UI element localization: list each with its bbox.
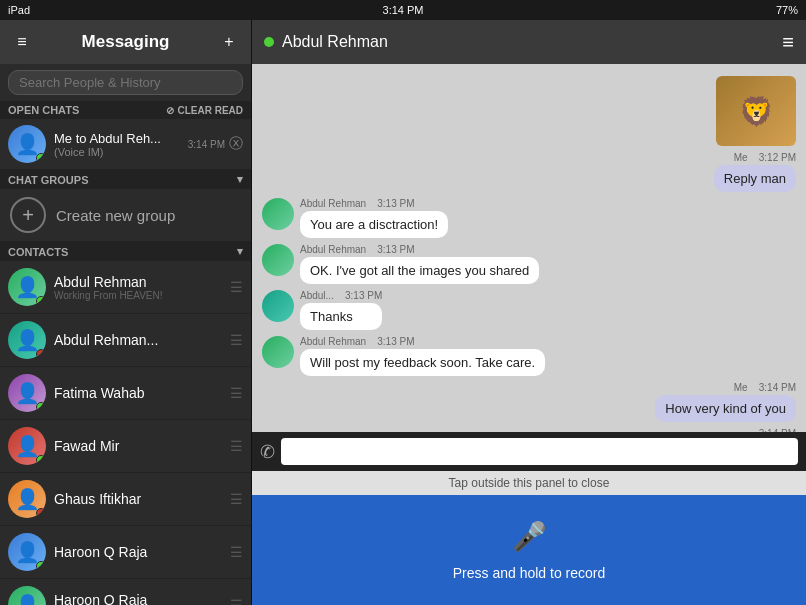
- open-chats-header: OPEN CHATS ⊘ Clear read: [0, 101, 251, 119]
- create-group-button[interactable]: + Create new group: [0, 189, 251, 242]
- contact-item-3[interactable]: 👤 Fawad Mir ☰: [0, 420, 251, 473]
- voice-panel[interactable]: 🎤 Press and hold to record: [252, 495, 806, 605]
- avatar: 👤: [8, 321, 46, 359]
- chevron-down-icon: ▾: [237, 173, 243, 186]
- contacts-chevron-icon: ▾: [237, 245, 243, 258]
- avatar: [262, 336, 294, 368]
- avatar: [262, 290, 294, 322]
- status-bar-right: 77%: [776, 4, 798, 16]
- message-meta: Me 3:12 PM: [734, 152, 796, 163]
- contact-menu-icon[interactable]: ☰: [230, 544, 243, 560]
- message-bubble-wrap: Abdul Rehman 3:13 PM You are a disctract…: [300, 198, 448, 238]
- contact-info: Abdul Rehman...: [54, 332, 230, 348]
- sidebar-header: ≡ Messaging +: [0, 20, 251, 64]
- chat-name: Me to Abdul Reh...: [54, 131, 184, 146]
- contact-name: Haroon Q Raja: [54, 544, 230, 560]
- contact-sub: Working From HEAVEN!: [54, 290, 230, 301]
- message-row: Me 3:14 PM How very kind of you: [262, 382, 796, 422]
- chat-menu-icon[interactable]: ≡: [782, 31, 794, 54]
- sidebar-title: Messaging: [82, 32, 170, 52]
- messages-area[interactable]: 🦁 Me 3:12 PM Reply man Abdul Rehman 3:13…: [252, 64, 806, 432]
- main-container: ≡ Messaging + OPEN CHATS ⊘ Clear read 👤 …: [0, 20, 806, 605]
- search-input[interactable]: [8, 70, 243, 95]
- clear-read-icon: ⊘: [166, 105, 174, 116]
- online-dot: [36, 296, 46, 306]
- message-input[interactable]: [281, 438, 798, 465]
- message-row: 🦁: [262, 74, 796, 146]
- message-row: Abdul Rehman 3:13 PM You are a disctract…: [262, 198, 796, 238]
- offline-dot: [36, 349, 46, 359]
- contact-info: Ghaus Iftikhar: [54, 491, 230, 507]
- online-indicator: [264, 37, 274, 47]
- online-dot: [36, 561, 46, 571]
- search-box: [0, 64, 251, 101]
- contact-menu-icon[interactable]: ☰: [230, 332, 243, 348]
- contact-item-4[interactable]: 👤 Ghaus Iftikhar ☰: [0, 473, 251, 526]
- message-meta: Me 3:14 PM: [734, 382, 796, 393]
- contact-menu-icon[interactable]: ☰: [230, 438, 243, 454]
- message-bubble: OK. I've got all the images you shared: [300, 257, 539, 284]
- tap-outside-bar[interactable]: Tap outside this panel to close: [252, 471, 806, 495]
- microphone-icon: 🎤: [512, 520, 547, 553]
- close-chat-button[interactable]: ⓧ: [229, 135, 243, 153]
- contact-menu-icon[interactable]: ☰: [230, 597, 243, 605]
- contact-menu-icon[interactable]: ☰: [230, 491, 243, 507]
- press-hold-label: Press and hold to record: [453, 565, 606, 581]
- contacts-header: CONTACTS ▾: [0, 242, 251, 261]
- contact-info: Fawad Mir: [54, 438, 230, 454]
- chat-header: Abdul Rehman ≡: [252, 20, 806, 64]
- message-meta: Abdul Rehman 3:13 PM: [300, 336, 545, 347]
- add-chat-button[interactable]: +: [217, 30, 241, 54]
- message-bubble-wrap: Abdul Rehman 3:13 PM Will post my feedba…: [300, 336, 545, 376]
- hamburger-button[interactable]: ≡: [10, 30, 34, 54]
- contact-name: Abdul Rehman: [54, 274, 230, 290]
- message-bubble: Thanks: [300, 303, 382, 330]
- chat-groups-header: CHAT GROUPS ▾: [0, 170, 251, 189]
- status-bar: iPad 3:14 PM 77%: [0, 0, 806, 20]
- message-bubble-wrap: Me 3:12 PM Reply man: [714, 152, 796, 192]
- avatar: [262, 244, 294, 276]
- chat-header-name: Abdul Rehman: [264, 33, 388, 51]
- status-bar-left: iPad: [8, 4, 30, 16]
- avatar: 👤: [8, 374, 46, 412]
- message-bubble-wrap: 🦁: [716, 74, 796, 146]
- clear-read-button[interactable]: ⊘ Clear read: [166, 105, 243, 116]
- contact-item-5[interactable]: 👤 Haroon Q Raja ☰: [0, 526, 251, 579]
- open-chats-label: OPEN CHATS: [8, 104, 79, 116]
- contact-name: Fatima Wahab: [54, 385, 230, 401]
- avatar: 👤: [8, 533, 46, 571]
- contact-info: Abdul Rehman Working From HEAVEN!: [54, 274, 230, 301]
- contact-name: Ghaus Iftikhar: [54, 491, 230, 507]
- contact-menu-icon[interactable]: ☰: [230, 385, 243, 401]
- status-time: 3:14 PM: [383, 4, 424, 16]
- message-bubble: Reply man: [714, 165, 796, 192]
- avatar: 👤: [8, 586, 46, 605]
- tap-outside-label: Tap outside this panel to close: [449, 476, 610, 490]
- add-group-icon: +: [10, 197, 46, 233]
- open-chat-item-0[interactable]: 👤 Me to Abdul Reh... (Voice IM) 3:14 PM …: [0, 119, 251, 170]
- avatar: 👤: [8, 480, 46, 518]
- contact-item-6[interactable]: 👤 Haroon Q Raja Dubam saqhinae idum ☰: [0, 579, 251, 605]
- chat-groups-label: CHAT GROUPS: [8, 174, 88, 186]
- input-bar: ✆: [252, 432, 806, 471]
- contact-item-2[interactable]: 👤 Fatima Wahab ☰: [0, 367, 251, 420]
- avatar: 👤: [8, 125, 46, 163]
- message-bubble-wrap: Abdul... 3:13 PM Thanks: [300, 290, 382, 330]
- call-icon[interactable]: ✆: [260, 441, 275, 463]
- message-row: Abdul Rehman 3:13 PM OK. I've got all th…: [262, 244, 796, 284]
- chat-sub: (Voice IM): [54, 146, 184, 158]
- message-meta: Abdul Rehman 3:13 PM: [300, 198, 448, 209]
- contact-info: Haroon Q Raja Dubam saqhinae idum: [54, 592, 230, 606]
- avatar: 👤: [8, 268, 46, 306]
- right-panel: Abdul Rehman ≡ 🦁 Me 3:12 PM Reply man: [252, 20, 806, 605]
- online-dot: [36, 455, 46, 465]
- contact-menu-icon[interactable]: ☰: [230, 279, 243, 295]
- contact-item-1[interactable]: 👤 Abdul Rehman... ☰: [0, 314, 251, 367]
- battery-indicator: 77%: [776, 4, 798, 16]
- message-bubble: How very kind of you: [655, 395, 796, 422]
- message-meta: Abdul Rehman 3:13 PM: [300, 244, 539, 255]
- contact-name: Fawad Mir: [54, 438, 230, 454]
- contact-item-0[interactable]: 👤 Abdul Rehman Working From HEAVEN! ☰: [0, 261, 251, 314]
- image-message: 🦁: [716, 76, 796, 146]
- message-row: Abdul... 3:13 PM Thanks: [262, 290, 796, 330]
